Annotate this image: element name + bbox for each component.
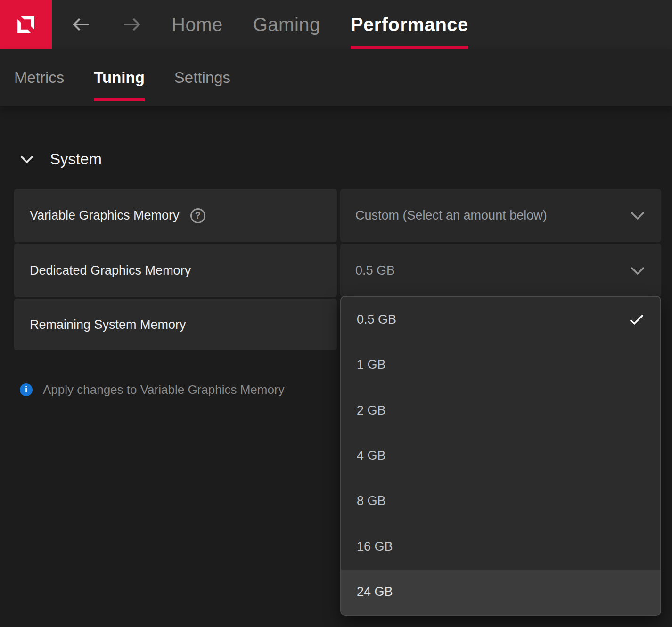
info-message: Apply changes to Variable Graphics Memor… [43, 383, 285, 397]
top-navigation: Home Gaming Performance [72, 0, 468, 49]
info-icon: i [20, 383, 33, 396]
option-label: 16 GB [357, 539, 393, 554]
setting-label: Remaining System Memory [30, 318, 186, 332]
dropdown-option-4gb[interactable]: 4 GB [341, 433, 660, 478]
setting-row-dedicated-graphics-memory: Dedicated Graphics Memory [14, 244, 337, 297]
setting-row-variable-graphics-memory: Variable Graphics Memory ? [14, 189, 337, 242]
help-icon[interactable]: ? [190, 208, 205, 223]
dropdown-option-8gb[interactable]: 8 GB [341, 479, 660, 524]
option-label: 0.5 GB [357, 312, 396, 327]
section-collapse-button[interactable] [20, 155, 34, 164]
dedicated-graphics-memory-select[interactable]: 0.5 GB [340, 244, 661, 297]
nav-tab-home[interactable]: Home [172, 0, 223, 49]
chevron-down-icon [20, 155, 34, 164]
subtab-metrics[interactable]: Metrics [14, 49, 64, 106]
dropdown-option-1gb[interactable]: 1 GB [341, 342, 660, 387]
dropdown-option-16gb[interactable]: 16 GB [341, 524, 660, 569]
performance-subnav: Metrics Tuning Settings [0, 49, 672, 106]
amd-arrow-icon [14, 12, 38, 37]
back-arrow-icon [72, 16, 91, 33]
dropdown-option-24gb[interactable]: 24 GB [341, 570, 660, 615]
option-label: 8 GB [357, 494, 386, 508]
subtab-tuning[interactable]: Tuning [94, 49, 145, 106]
selected-value: 0.5 GB [355, 263, 395, 278]
nav-tab-performance[interactable]: Performance [351, 0, 468, 49]
option-label: 1 GB [357, 358, 386, 372]
system-section-header: System [20, 149, 102, 170]
chevron-down-icon [630, 266, 645, 275]
dropdown-option-0-5gb[interactable]: 0.5 GB [341, 297, 660, 342]
memory-amount-dropdown: 0.5 GB 1 GB 2 GB 4 GB 8 GB 16 GB 24 GB [340, 296, 661, 616]
forward-button[interactable] [122, 0, 141, 49]
setting-row-remaining-system-memory: Remaining System Memory [14, 299, 337, 350]
dropdown-option-2gb[interactable]: 2 GB [341, 388, 660, 433]
back-button[interactable] [72, 0, 91, 49]
info-row: i Apply changes to Variable Graphics Mem… [20, 383, 285, 397]
subtab-settings[interactable]: Settings [174, 49, 230, 106]
selected-value: Custom (Select an amount below) [355, 208, 547, 223]
amd-software-window: Home Gaming Performance Metrics Tuning S… [0, 0, 672, 627]
chevron-down-icon [630, 211, 645, 220]
amd-logo[interactable] [0, 0, 52, 49]
option-label: 2 GB [357, 403, 386, 418]
checkmark-icon [629, 314, 644, 326]
setting-label: Variable Graphics Memory [30, 208, 180, 223]
option-label: 4 GB [357, 448, 386, 463]
forward-arrow-icon [122, 16, 141, 33]
nav-tab-gaming[interactable]: Gaming [253, 0, 320, 49]
variable-graphics-memory-select[interactable]: Custom (Select an amount below) [340, 189, 661, 242]
setting-label: Dedicated Graphics Memory [30, 263, 191, 278]
top-bar: Home Gaming Performance [0, 0, 672, 49]
section-title: System [50, 150, 102, 168]
option-label: 24 GB [357, 585, 393, 599]
